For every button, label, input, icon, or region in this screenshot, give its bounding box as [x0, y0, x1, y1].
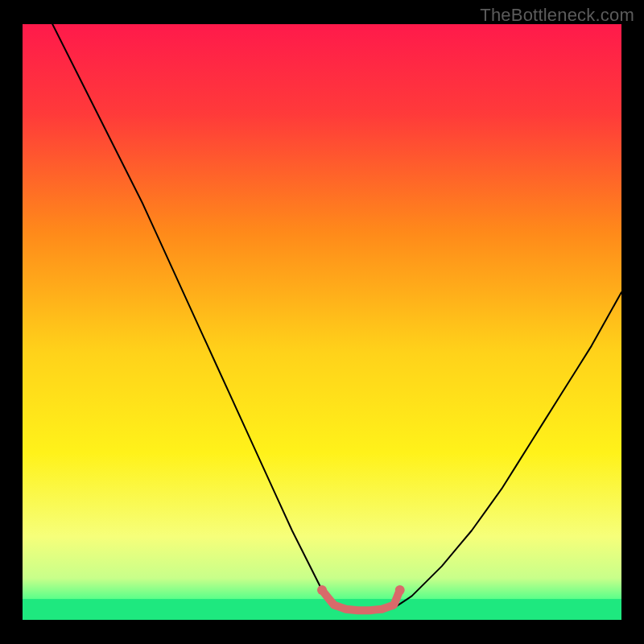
optimal-band-marker-endpoint [395, 585, 405, 595]
chart-stage: TheBottleneck.com [0, 0, 644, 644]
optimal-band-marker-endpoint [317, 585, 327, 595]
watermark-text: TheBottleneck.com [480, 5, 634, 26]
optimal-green-band [23, 599, 621, 620]
bottleneck-chart [0, 0, 644, 644]
plot-background [23, 24, 621, 620]
